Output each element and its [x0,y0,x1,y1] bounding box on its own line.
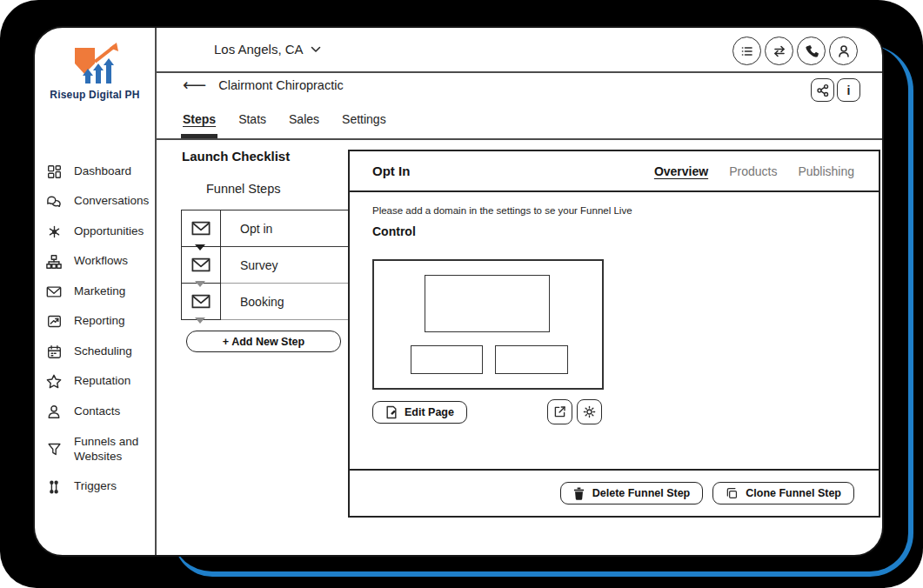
location-label: Los Angels, CA [214,42,304,57]
preview-block-right [495,345,568,374]
contacts-icon [45,404,63,419]
sidebar-item-workflows[interactable]: Workflows [35,247,155,277]
phone-icon [804,43,819,59]
launch-checklist-title: Launch Checklist [182,149,290,164]
tab-steps[interactable]: Steps [183,112,216,126]
sidebar-item-triggers[interactable]: Triggers [35,472,155,503]
envelope-icon [182,284,221,320]
delete-funnel-step-label: Delete Funnel Step [592,487,691,499]
menu-list-button[interactable] [732,37,761,65]
sidebar-item-label: Scheduling [74,344,132,359]
reputation-icon [45,374,63,389]
info-button[interactable]: i [837,78,860,102]
funnel-step-row-opt-in[interactable]: Opt in [182,210,350,247]
funnel-nav-tabs: Steps Stats Sales Settings [183,112,386,126]
tab-publishing[interactable]: Publishing [798,164,854,178]
funnel-step-label: Survey [221,247,350,284]
sidebar-item-conversations[interactable]: Conversations [35,187,155,217]
edit-page-label: Edit Page [405,406,454,418]
user-button[interactable] [829,37,858,65]
sidebar-item-reputation[interactable]: Reputation [35,367,155,398]
external-link-icon [552,404,567,419]
marketing-icon [45,285,63,298]
user-icon [836,43,852,59]
trash-icon [573,487,585,500]
envelope-icon [182,210,221,247]
sidebar-item-label: Reporting [74,314,125,329]
sidebar-item-opportunities[interactable]: Opportunities [35,217,155,247]
clone-funnel-step-button[interactable]: Clone Funnel Step [712,482,854,504]
funnel-step-row-booking[interactable]: Booking [182,284,350,320]
control-section-title: Control [372,224,416,238]
sidebar-item-label: Contacts [74,404,120,419]
tab-overview[interactable]: Overview [654,164,708,178]
sidebar-item-funnels-websites[interactable]: Funnels and Websites [35,427,155,472]
breadcrumb: ⟵ Clairmont Chiropractic [183,77,344,93]
share-button[interactable] [811,78,834,102]
clone-icon [726,487,738,499]
envelope-icon [182,247,221,284]
clone-funnel-step-label: Clone Funnel Step [746,487,841,499]
panel-tabs: Overview Products Publishing [654,164,854,178]
account-name: Clairmont Chiropractic [218,78,343,92]
sidebar-item-label: Workflows [74,254,128,269]
funnel-steps-subtitle: Funnel Steps [206,182,280,196]
sidebar-item-label: Opportunities [74,224,144,239]
funnel-step-row-survey[interactable]: Survey [182,247,350,284]
sidebar: Dashboard Conversations Opportunities Wo… [35,157,155,502]
topbar-divider [157,71,882,73]
sidebar-item-label: Marketing [74,284,125,299]
topbar-actions [732,37,858,65]
sidebar-item-marketing[interactable]: Marketing [35,277,155,307]
step-sort-arrow-icon [195,244,205,251]
conversations-icon [45,195,63,209]
brand-logo: Riseup Digital PH [35,42,155,101]
sidebar-item-contacts[interactable]: Contacts [35,397,155,427]
funnel-step-label: Booking [221,284,350,320]
step-sort-arrow-icon [195,281,205,287]
add-new-step-button[interactable]: + Add New Step [186,331,341,352]
sidebar-item-label: Conversations [74,194,149,209]
page-preview-thumbnail[interactable] [372,259,604,390]
share-icon [816,84,830,97]
step-detail-panel: Opt In Overview Products Publishing Plea… [348,150,880,518]
step-settings-button[interactable] [577,399,602,424]
domain-notice-text: Please add a domain in the settings to s… [372,205,632,216]
tab-settings[interactable]: Settings [342,112,386,126]
sidebar-item-dashboard[interactable]: Dashboard [35,157,155,187]
panel-footer: Delete Funnel Step Clone Funnel Step [350,469,879,516]
edit-page-button[interactable]: Edit Page [372,401,467,424]
reporting-icon [45,314,63,329]
transfer-button[interactable] [765,37,793,65]
preview-hero-block [425,275,550,332]
open-in-new-tab-button[interactable] [547,399,572,424]
phone-button[interactable] [797,37,826,65]
chevron-down-icon [311,46,321,53]
sidebar-item-reporting[interactable]: Reporting [35,307,155,337]
workflows-icon [45,254,63,270]
step-sort-arrow-icon [195,317,205,324]
sidebar-item-label: Triggers [74,479,117,494]
panel-title: Opt In [372,164,410,178]
menu-list-icon [739,43,755,59]
preview-block-left [411,345,483,374]
sidebar-item-label: Dashboard [74,164,131,179]
delete-funnel-step-button[interactable]: Delete Funnel Step [560,482,704,504]
sidebar-item-scheduling[interactable]: Scheduling [35,337,155,367]
tab-products[interactable]: Products [729,164,777,178]
sidebar-divider [155,28,157,555]
sidebar-item-label: Funnels and Websites [74,435,155,464]
scheduling-icon [45,344,63,359]
location-selector[interactable]: Los Angels, CA [214,42,321,57]
tab-stats[interactable]: Stats [238,112,266,126]
sidebar-item-label: Reputation [74,374,130,389]
edit-page-icon [385,405,398,419]
back-arrow-icon[interactable]: ⟵ [183,77,206,93]
brand-name: Riseup Digital PH [35,89,155,101]
opportunities-icon [45,224,63,239]
funnel-step-label: Opt in [221,210,350,247]
active-tab-indicator [181,134,217,138]
tabs-divider [157,138,882,140]
tab-sales[interactable]: Sales [289,112,319,126]
subheader-actions: i [811,78,860,102]
